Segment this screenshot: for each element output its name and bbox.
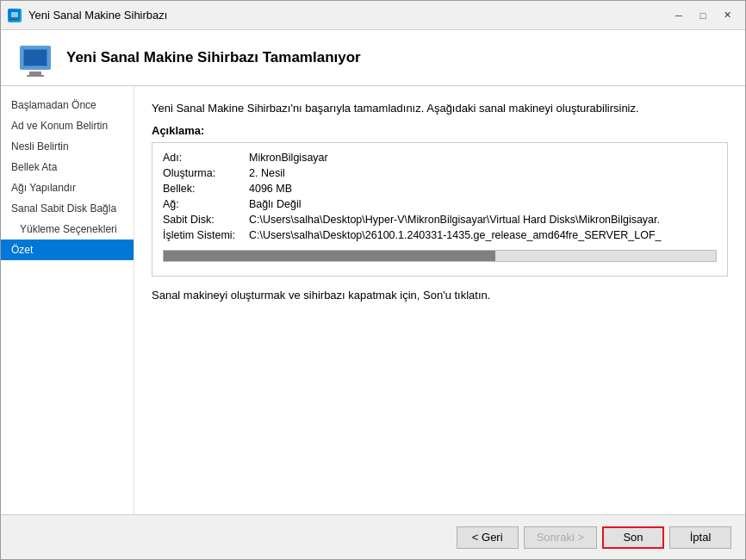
progress-bar-fill — [164, 251, 495, 261]
footer: < Geri Sonraki > Son İptal — [1, 514, 745, 559]
maximize-button[interactable]: □ — [692, 6, 714, 25]
content-area: Başlamadan Önce Ad ve Konum Belirtin Nes… — [1, 86, 745, 514]
sidebar-item-yukleme[interactable]: Yükleme Seçenekleri — [1, 219, 134, 240]
monitor-icon — [20, 46, 51, 70]
summary-row-5: İşletim Sistemi: C:\Users\salha\Desktop\… — [163, 229, 717, 241]
header-title: Yeni Sanal Makine Sihirbazı Tamamlanıyor — [66, 49, 361, 66]
sidebar: Başlamadan Önce Ad ve Konum Belirtin Nes… — [1, 86, 134, 514]
summary-label-0: Adı: — [163, 152, 249, 164]
summary-label-5: İşletim Sistemi: — [163, 229, 249, 241]
bottom-note: Sanal makineyi oluşturmak ve sihirbazı k… — [152, 289, 728, 302]
summary-box: Adı: MikronBilgisayar Oluşturma: 2. Nesi… — [152, 142, 728, 277]
sidebar-item-baslamadan[interactable]: Başlamadan Önce — [1, 95, 134, 115]
summary-row-3: Ağ: Bağlı Değil — [163, 198, 717, 210]
svg-rect-3 — [12, 19, 17, 20]
summary-row-0: Adı: MikronBilgisayar — [163, 152, 717, 164]
summary-value-3: Bağlı Değil — [249, 198, 301, 210]
back-button[interactable]: < Geri — [457, 526, 519, 549]
cancel-button[interactable]: İptal — [669, 526, 731, 549]
intro-text: Yeni Sanal Makine Sihirbazı'nı başarıyla… — [152, 100, 728, 117]
title-bar: Yeni Sanal Makine Sihirbazı ─ □ ✕ — [1, 1, 745, 30]
progress-bar-bg — [163, 250, 717, 262]
summary-label-4: Sabit Disk: — [163, 214, 249, 226]
summary-row-2: Bellek: 4096 MB — [163, 183, 717, 195]
sidebar-item-ag[interactable]: Ağı Yapılandır — [1, 177, 134, 198]
summary-value-0: MikronBilgisayar — [249, 152, 328, 164]
finish-button[interactable]: Son — [602, 526, 664, 549]
header: Yeni Sanal Makine Sihirbazı Tamamlanıyor — [1, 30, 745, 86]
title-bar-buttons: ─ □ ✕ — [668, 6, 738, 25]
summary-row-1: Oluşturma: 2. Nesil — [163, 167, 717, 179]
minimize-button[interactable]: ─ — [668, 6, 690, 25]
svg-rect-2 — [13, 17, 16, 19]
summary-row-4: Sabit Disk: C:\Users\salha\Desktop\Hyper… — [163, 214, 717, 226]
sidebar-item-nesil[interactable]: Nesli Belirtin — [1, 136, 134, 157]
sidebar-item-ad[interactable]: Ad ve Konum Belirtin — [1, 115, 134, 136]
header-icon-area — [18, 44, 53, 72]
monitor-screen — [23, 49, 47, 66]
sidebar-item-sabit-disk[interactable]: Sanal Sabit Disk Bağla — [1, 198, 134, 219]
summary-value-2: 4096 MB — [249, 183, 292, 195]
sidebar-item-ozet[interactable]: Özet — [1, 240, 134, 260]
main-window: Yeni Sanal Makine Sihirbazı ─ □ ✕ Yeni S… — [0, 0, 746, 560]
aciklama-label: Açıklama: — [152, 124, 728, 137]
summary-label-2: Bellek: — [163, 183, 249, 195]
window-title: Yeni Sanal Makine Sihirbazı — [28, 9, 668, 22]
summary-value-5: C:\Users\salha\Desktop\26100.1.240331-14… — [249, 229, 662, 241]
main-content: Yeni Sanal Makine Sihirbazı'nı başarıyla… — [134, 86, 745, 514]
next-button: Sonraki > — [524, 526, 597, 549]
close-button[interactable]: ✕ — [716, 6, 738, 25]
summary-value-4: C:\Users\salha\Desktop\Hyper-V\MikronBil… — [249, 214, 660, 226]
summary-label-3: Ağ: — [163, 198, 249, 210]
svg-rect-1 — [11, 12, 18, 17]
progress-area — [163, 250, 717, 262]
window-icon — [8, 9, 22, 22]
sidebar-item-bellek[interactable]: Bellek Ata — [1, 157, 134, 177]
summary-label-1: Oluşturma: — [163, 167, 249, 179]
summary-value-1: 2. Nesil — [249, 167, 285, 179]
